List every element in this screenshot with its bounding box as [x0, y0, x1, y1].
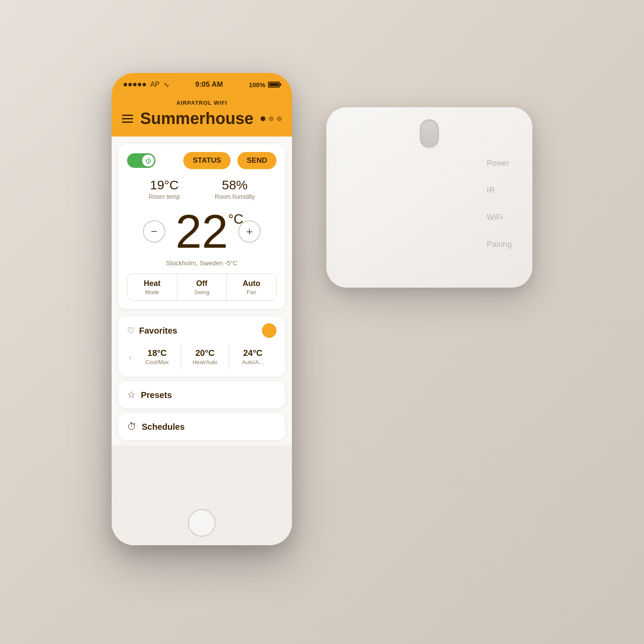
hamburger-line-1 — [122, 115, 133, 116]
mode-row: Heat Mode Off Swing Auto Fan — [127, 273, 276, 301]
mode-fan-sub: Fan — [230, 289, 273, 295]
location-text: Stockholm, Sweden -5°C — [127, 259, 276, 267]
power-toggle[interactable]: ⏻ — [127, 153, 155, 168]
set-temperature: 22 °C — [176, 208, 228, 255]
hardware-label-wifi: WiFi — [487, 213, 512, 222]
hamburger-line-3 — [122, 122, 133, 123]
hardware-labels: Power IR WiFi Pairing — [487, 159, 512, 249]
favorites-header: ♡ Favorites — [127, 323, 276, 338]
hamburger-line-2 — [122, 118, 133, 119]
signal-dot-2 — [128, 83, 132, 86]
mode-heat-label: Heat — [131, 279, 173, 288]
room-temp-label: Room temp — [149, 193, 180, 200]
room-humidity-value: 58% — [215, 178, 255, 192]
signal-dot-4 — [138, 83, 141, 86]
power-icon: ⏻ — [146, 158, 151, 164]
mode-fan-label: Auto — [230, 279, 273, 288]
mode-button-fan[interactable]: Auto Fan — [227, 274, 276, 301]
schedules-icon: ⏱ — [127, 421, 137, 432]
fav-item-1[interactable]: 18°C Cool/Max — [134, 344, 181, 370]
status-bar: AP ∿ 9:05 AM 100% — [112, 73, 292, 96]
hardware-device: Power IR WiFi Pairing — [326, 107, 532, 288]
phone: AP ∿ 9:05 AM 100% AIRPATROL WIFI Summerh — [112, 73, 292, 545]
mode-swing-sub: Swing — [181, 289, 223, 295]
temp-unit: °C — [228, 212, 243, 226]
presets-section[interactable]: ☆ Presets — [118, 382, 285, 408]
fav-item-2[interactable]: 20°C Heat/Auto — [181, 344, 229, 370]
sensors-row: 19°C Room temp 58% Room humidity — [127, 178, 276, 200]
send-button[interactable]: SEND — [237, 152, 276, 169]
carrier-label: AP — [150, 81, 159, 88]
mode-button-swing[interactable]: Off Swing — [177, 274, 227, 301]
page-dot-1[interactable] — [261, 116, 265, 121]
scene: Power IR WiFi Pairing AP ∿ 9:05 AM — [86, 64, 558, 580]
favorites-title: Favorites — [139, 326, 177, 336]
page-dots — [261, 116, 282, 121]
mode-button-heat[interactable]: Heat Mode — [128, 274, 177, 301]
signal-dot-3 — [133, 83, 137, 86]
page-dot-3[interactable] — [277, 116, 282, 121]
room-temp-sensor: 19°C Room temp — [149, 178, 180, 200]
schedules-title: Schedules — [142, 422, 185, 432]
room-humidity-sensor: 58% Room humidity — [215, 178, 255, 200]
room-temp-value: 19°C — [149, 178, 180, 192]
favorites-items: 18°C Cool/Max 20°C Heat/Auto 24°C Auto/A… — [134, 344, 276, 370]
fav-desc-2: Heat/Auto — [183, 359, 227, 365]
signal-dot-1 — [124, 83, 127, 86]
page-dot-2[interactable] — [269, 116, 273, 121]
status-button[interactable]: STATUS — [183, 152, 230, 169]
favorites-card: ♡ Favorites ‹ 18°C Cool/Max 20°C — [118, 316, 285, 377]
favorites-icon: ♡ — [127, 325, 135, 336]
hardware-sensor — [420, 119, 439, 148]
temp-decrease-button[interactable]: − — [143, 220, 165, 243]
presets-icon: ☆ — [127, 389, 136, 401]
fav-desc-3: Auto/A... — [231, 359, 275, 365]
app-header: AIRPATROL WIFI Summerhouse — [112, 96, 292, 137]
location-title: Summerhouse — [140, 109, 254, 128]
fav-item-3[interactable]: 24°C Auto/A... — [229, 344, 276, 370]
time-display: 9:05 AM — [195, 80, 223, 89]
battery-fill — [269, 83, 279, 86]
schedules-section[interactable]: ⏱ Schedules — [118, 413, 285, 440]
app-body: ⏻ STATUS SEND 19°C Room temp 58% Roo — [112, 137, 292, 445]
home-indicator[interactable] — [188, 509, 216, 537]
fav-temp-2: 20°C — [183, 348, 227, 358]
temp-value: 22 — [176, 205, 228, 258]
favorites-badge[interactable] — [262, 323, 276, 338]
menu-button[interactable] — [122, 115, 133, 123]
mode-heat-sub: Mode — [131, 289, 173, 295]
control-card: ⏻ STATUS SEND 19°C Room temp 58% Roo — [118, 144, 285, 309]
status-left: AP ∿ — [124, 81, 169, 89]
status-right: 100% — [249, 81, 280, 88]
fav-desc-1: Cool/Max — [135, 359, 179, 365]
mode-swing-label: Off — [181, 279, 223, 288]
room-humidity-label: Room humidity — [215, 193, 255, 200]
signal-dots — [124, 83, 146, 86]
battery-icon — [268, 82, 280, 88]
temp-display: 22 °C — [176, 208, 228, 255]
presets-title: Presets — [141, 390, 172, 400]
signal-dot-5 — [143, 83, 146, 86]
fav-temp-1: 18°C — [135, 348, 179, 358]
power-toggle-knob: ⏻ — [142, 155, 154, 167]
hardware-label-ir: IR — [487, 186, 512, 195]
hardware-label-power: Power — [487, 159, 512, 168]
battery-percent: 100% — [249, 81, 265, 88]
favorites-prev-arrow[interactable]: ‹ — [127, 344, 134, 370]
fav-temp-3: 24°C — [231, 348, 275, 358]
temperature-control: − 22 °C + — [127, 208, 276, 255]
favorites-title-row: ♡ Favorites — [127, 325, 177, 336]
app-name: AIRPATROL WIFI — [122, 100, 282, 106]
control-top-row: ⏻ STATUS SEND — [127, 152, 276, 169]
wifi-icon: ∿ — [164, 81, 169, 89]
header-main-row: Summerhouse — [122, 109, 282, 128]
favorites-scroll: ‹ 18°C Cool/Max 20°C Heat/Auto 24°C Auto — [127, 344, 276, 370]
hardware-label-pairing: Pairing — [487, 240, 512, 249]
